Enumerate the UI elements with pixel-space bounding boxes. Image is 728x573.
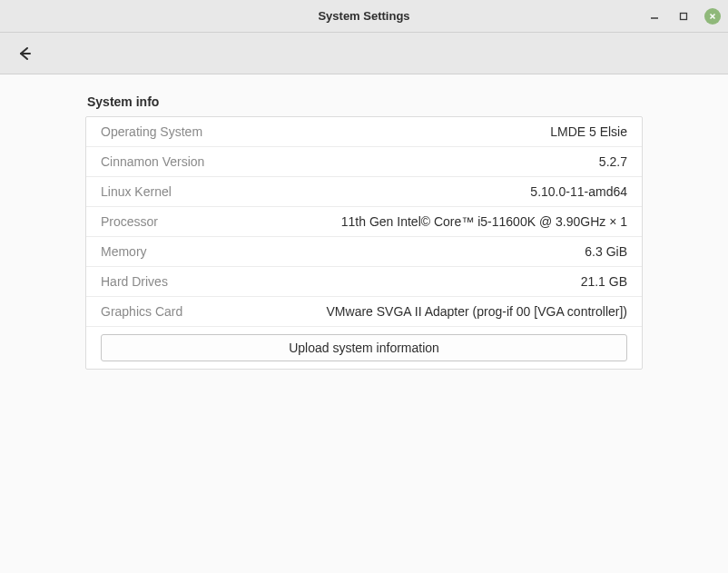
info-value: 6.3 GiB [585, 244, 627, 259]
info-panel: Operating System LMDE 5 Elsie Cinnamon V… [85, 116, 643, 370]
close-button[interactable] [704, 8, 721, 25]
table-row: Graphics Card VMware SVGA II Adapter (pr… [86, 297, 642, 327]
window-title: System Settings [318, 9, 409, 23]
table-row: Operating System LMDE 5 Elsie [86, 117, 642, 147]
svg-rect-1 [681, 14, 687, 20]
content-area: System info Operating System LMDE 5 Elsi… [0, 74, 728, 390]
titlebar: System Settings [0, 0, 728, 33]
info-value: LMDE 5 Elsie [550, 124, 627, 139]
info-label: Graphics Card [101, 304, 182, 319]
info-label: Hard Drives [101, 274, 168, 289]
maximize-button[interactable] [675, 8, 692, 25]
minimize-button[interactable] [646, 8, 663, 25]
back-arrow-icon [16, 45, 33, 62]
close-icon [708, 12, 717, 21]
upload-button[interactable]: Upload system information [101, 334, 627, 361]
info-label: Linux Kernel [101, 184, 172, 199]
info-value: VMware SVGA II Adapter (prog-if 00 [VGA … [327, 304, 627, 319]
window-controls [646, 0, 721, 33]
table-row: Cinnamon Version 5.2.7 [86, 147, 642, 177]
info-label: Memory [101, 244, 147, 259]
info-value: 21.1 GB [581, 274, 627, 289]
table-row: Processor 11th Gen Intel© Core™ i5-11600… [86, 207, 642, 237]
toolbar [0, 33, 728, 74]
info-value: 5.10.0-11-amd64 [530, 184, 627, 199]
minimize-icon [650, 12, 659, 21]
info-label: Cinnamon Version [101, 154, 204, 169]
info-value: 5.2.7 [599, 154, 627, 169]
info-label: Processor [101, 214, 158, 229]
back-button[interactable] [13, 42, 36, 65]
table-row: Memory 6.3 GiB [86, 237, 642, 267]
table-row: Linux Kernel 5.10.0-11-amd64 [86, 177, 642, 207]
maximize-icon [679, 12, 688, 21]
table-row: Hard Drives 21.1 GB [86, 267, 642, 297]
info-value: 11th Gen Intel© Core™ i5-11600K @ 3.90GH… [341, 214, 627, 229]
info-label: Operating System [101, 124, 202, 139]
upload-row: Upload system information [86, 327, 642, 369]
section-title: System info [85, 94, 643, 109]
